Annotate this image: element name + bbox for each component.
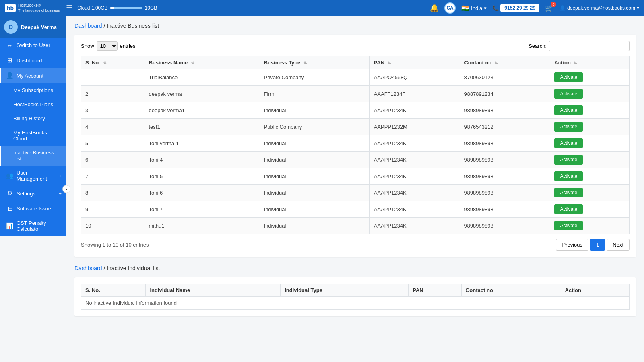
sidebar-item-billing-history[interactable]: Billing History: [0, 111, 66, 125]
page-1-button[interactable]: 1: [590, 239, 605, 251]
user-dropdown-icon: ▾: [637, 5, 639, 11]
ind-col-contact: Contact no: [461, 284, 561, 297]
breadcrumb-parent-2[interactable]: Dashboard: [74, 265, 102, 272]
sidebar-item-my-account[interactable]: 👤 My Account −: [0, 68, 66, 83]
cell-action: Activate: [550, 135, 630, 152]
logo-icon: hb: [5, 4, 16, 12]
sidebar-item-switch-to-user[interactable]: ↔ Switch to User: [0, 38, 66, 53]
help-phone[interactable]: 📞 9152 29 29 29: [492, 4, 539, 12]
sidebar-item-dashboard[interactable]: ⊞ Dashboard: [0, 53, 66, 68]
cell-business-type: Individual: [260, 201, 369, 218]
settings-arrow: +: [59, 191, 62, 196]
cell-sno: 5: [81, 135, 144, 152]
sort-type[interactable]: ⇅: [303, 61, 307, 65]
activate-button[interactable]: Activate: [554, 188, 583, 197]
user-email: deepak.verma@hostbooks.com: [567, 5, 635, 11]
cell-action: Activate: [550, 185, 630, 201]
sidebar-item-user-management[interactable]: 👥 User Management +: [0, 166, 66, 186]
ind-col-sno: S. No.: [81, 284, 146, 297]
dashboard-icon: ⊞: [6, 57, 13, 64]
prev-button[interactable]: Previous: [556, 239, 588, 251]
search-input[interactable]: [549, 41, 630, 51]
table-row: 3 deepak verma1 Individual AAAPP1234K 98…: [81, 102, 630, 119]
phone-icon: 📞: [492, 5, 499, 11]
breadcrumb-parent-1[interactable]: Dashboard: [74, 23, 102, 29]
user-menu[interactable]: 👤 deepak.verma@hostbooks.com ▾: [559, 5, 639, 11]
cell-contact: 9887891234: [460, 86, 550, 102]
cart-icon[interactable]: 🛒 0: [545, 4, 554, 12]
sidebar-item-settings[interactable]: ⚙ Settings +: [0, 186, 66, 201]
sidebar-item-my-subscriptions[interactable]: My Subscriptions: [0, 83, 66, 97]
storage-info: Cloud 1.00GB 10GB: [77, 5, 157, 11]
breadcrumb-separator-2: /: [103, 265, 107, 272]
show-entries-1: Show 10 25 50 100 entries: [81, 41, 136, 51]
storage-bar-fill: [110, 7, 114, 9]
phone-number[interactable]: 9152 29 29 29: [500, 4, 539, 12]
cell-pan: AAAPP1234K: [369, 185, 460, 201]
cell-action: Activate: [550, 168, 630, 185]
activate-button[interactable]: Activate: [554, 122, 583, 132]
ca-badge[interactable]: CA: [444, 2, 456, 14]
menu-icon[interactable]: ☰: [66, 4, 72, 12]
sort-contact[interactable]: ⇅: [495, 61, 498, 65]
pagination-row-1: Showing 1 to 10 of 10 entries Previous 1…: [81, 239, 630, 251]
sort-name[interactable]: ⇅: [191, 61, 194, 65]
col-business-type: Business Type ⇅: [260, 56, 369, 69]
cell-sno: 9: [81, 201, 144, 218]
activate-button[interactable]: Activate: [554, 138, 583, 148]
activate-button[interactable]: Activate: [554, 72, 583, 82]
cell-business-type: Individual: [260, 185, 369, 201]
table-row: 2 deepak verma Firm AAAFF1234F 988789123…: [81, 86, 630, 102]
country-selector[interactable]: 🇮🇳 India ▾: [461, 4, 487, 12]
account-arrow: −: [59, 73, 62, 78]
cell-contact: 9898989898: [460, 135, 550, 152]
cell-business-type: Individual: [260, 152, 369, 168]
breadcrumb-separator-1: /: [103, 23, 107, 29]
activate-button[interactable]: Activate: [554, 171, 583, 181]
sidebar-item-hostbooks-plans[interactable]: HostBooks Plans: [0, 97, 66, 111]
cell-business-type: Public Company: [260, 119, 369, 135]
activate-button[interactable]: Activate: [554, 204, 583, 214]
sidebar: D Deepak Verma ↔ Switch to User ⊞ Dashbo…: [0, 16, 66, 236]
activate-button[interactable]: Activate: [554, 89, 583, 99]
storage-total-label: 10GB: [145, 5, 157, 11]
sidebar-label-cloud: My HostBooks Cloud: [13, 130, 62, 142]
cell-pan: AAAPP1234K: [369, 152, 460, 168]
cell-sno: 4: [81, 119, 144, 135]
entries-label: entries: [120, 43, 136, 49]
col-sno: S. No. ⇅: [81, 56, 144, 69]
sort-action[interactable]: ⇅: [574, 61, 577, 65]
cell-pan: AAAPP1234K: [369, 218, 460, 234]
sidebar-collapse-button[interactable]: ›: [62, 185, 70, 193]
cell-business-name: deepak verma1: [144, 102, 260, 119]
sidebar-item-inactive-business[interactable]: Inactive Business List: [0, 146, 66, 166]
cell-business-name: test1: [144, 119, 260, 135]
sort-sno[interactable]: ⇅: [103, 61, 106, 65]
individual-table: S. No. Individual Name Individual Type P…: [81, 284, 630, 310]
table-row: 10 mithu1 Individual AAAPP1234K 98989898…: [81, 218, 630, 234]
cell-business-name: Toni verma 1: [144, 135, 260, 152]
sidebar-label-software: Software Issue: [17, 206, 51, 212]
cell-contact: 9898989898: [460, 152, 550, 168]
entries-select[interactable]: 10 25 50 100: [97, 41, 118, 51]
breadcrumb-current-2: Inactive Individual list: [107, 265, 160, 272]
avatar: D: [4, 20, 18, 34]
business-table-body: 1 TrialBalance Private Company AAAPQ4568…: [81, 69, 630, 234]
next-button[interactable]: Next: [607, 239, 630, 251]
sidebar-item-software-issue[interactable]: 🖥 Software Issue: [0, 201, 66, 216]
breadcrumb-current-1: Inactive Business list: [107, 23, 159, 29]
cell-sno: 2: [81, 86, 144, 102]
activate-button[interactable]: Activate: [554, 155, 583, 165]
activate-button[interactable]: Activate: [554, 221, 583, 230]
cell-business-name: mithu1: [144, 218, 260, 234]
business-table-card: Show 10 25 50 100 entries Search:: [74, 35, 636, 257]
notification-icon[interactable]: 🔔: [430, 4, 439, 12]
sidebar-item-my-cloud[interactable]: My HostBooks Cloud: [0, 125, 66, 146]
cell-business-name: deepak verma: [144, 86, 260, 102]
activate-button[interactable]: Activate: [554, 105, 583, 115]
sort-pan[interactable]: ⇅: [388, 61, 391, 65]
user-name: Deepak Verma: [21, 24, 57, 30]
sidebar-item-gst[interactable]: 📊 GST Penalty Calculator: [0, 216, 66, 236]
user-avatar-icon: 👤: [559, 5, 566, 11]
cell-action: Activate: [550, 152, 630, 168]
